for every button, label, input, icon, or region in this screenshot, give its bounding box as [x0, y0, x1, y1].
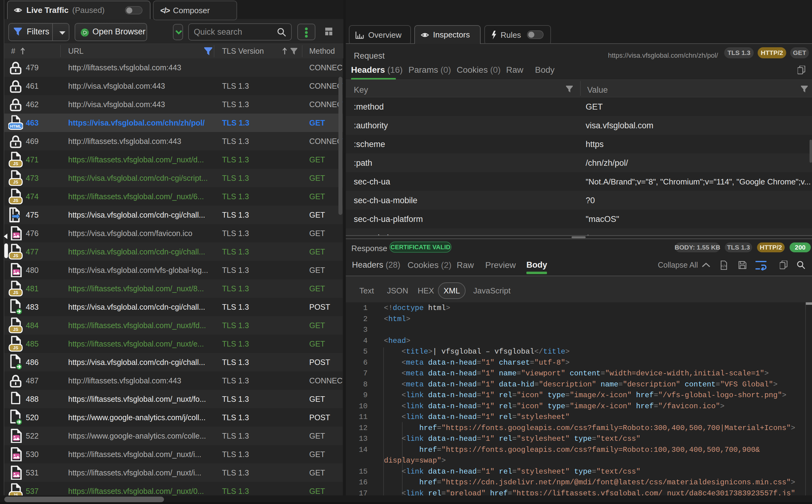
- svg-text:</>: </>: [721, 264, 727, 268]
